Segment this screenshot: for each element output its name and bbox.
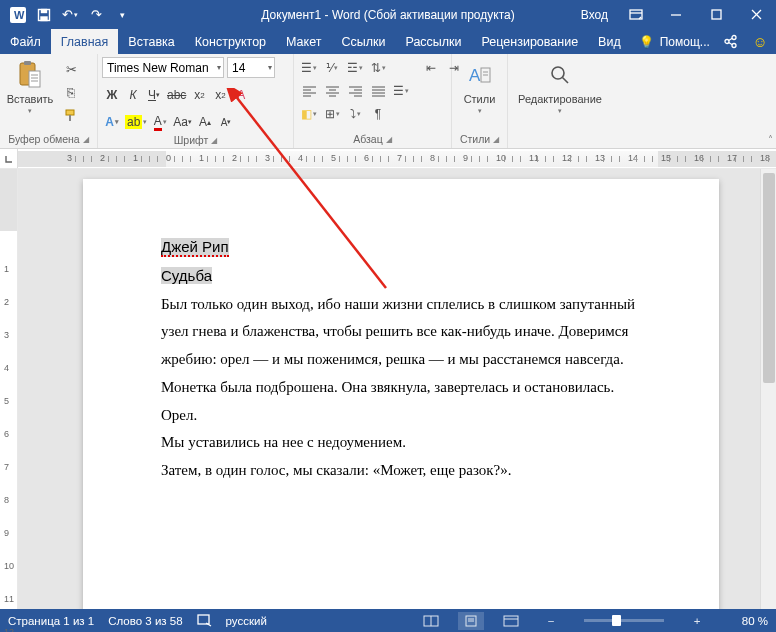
zoom-in-icon[interactable]: + <box>684 612 710 630</box>
status-proofing-icon[interactable] <box>197 614 212 627</box>
borders-button[interactable]: ⊞ <box>321 104 343 124</box>
zoom-out-icon[interactable]: − <box>538 612 564 630</box>
clear-format-button[interactable]: A <box>231 85 251 105</box>
distributed-button[interactable]: ☰ <box>390 81 412 101</box>
tab-review[interactable]: Рецензирование <box>472 29 589 54</box>
document-scroll[interactable]: Джей Рип Судьба Был только один выход, и… <box>18 169 776 609</box>
save-icon[interactable] <box>32 3 56 27</box>
show-marks-button[interactable]: ¶ <box>367 104 389 124</box>
subscript-button[interactable]: x2 <box>189 85 209 105</box>
font-launcher-icon[interactable]: ◢ <box>211 136 217 145</box>
tab-design[interactable]: Конструктор <box>185 29 276 54</box>
read-mode-icon[interactable] <box>418 612 444 630</box>
status-page[interactable]: Страница 1 из 1 <box>8 615 94 627</box>
status-words[interactable]: Слово 3 из 58 <box>108 615 182 627</box>
web-layout-icon[interactable] <box>498 612 524 630</box>
doc-line-7[interactable]: Мы уставились на нее с недоумением. <box>161 429 641 457</box>
styles-button[interactable]: A Стили ▾ <box>456 57 503 115</box>
doc-line-6[interactable]: Монетка была подброшена. Она звякнула, з… <box>161 374 641 430</box>
justify-button[interactable] <box>367 81 389 101</box>
numbering-button[interactable]: ⅟ <box>321 58 343 78</box>
shrink-font-button[interactable]: A▾ <box>216 112 236 132</box>
maximize-icon[interactable] <box>696 0 736 29</box>
status-bar: Страница 1 из 1 Слово 3 из 58 русский − … <box>0 609 776 632</box>
zoom-level[interactable]: 80 % <box>724 615 768 627</box>
svg-rect-46 <box>198 615 209 624</box>
font-color-button[interactable]: A <box>150 112 170 132</box>
bold-button[interactable]: Ж <box>102 85 122 105</box>
multilevel-button[interactable]: ☲ <box>344 58 366 78</box>
svg-point-10 <box>725 40 729 44</box>
doc-line-1[interactable]: Джей Рип <box>161 238 229 257</box>
doc-line-4[interactable]: узел гнева и блаженства, чтобы решить вс… <box>161 318 641 346</box>
zoom-slider-knob[interactable] <box>612 615 621 626</box>
doc-line-5[interactable]: жребию: орел — и мы поженимся, решка — и… <box>161 346 641 374</box>
line-spacing-button[interactable]: ⇅ <box>367 58 389 78</box>
ribbon-options-icon[interactable] <box>616 0 656 29</box>
window-title: Документ1 - Word (Сбой активации продукт… <box>261 8 514 22</box>
styles-group-label: Стили <box>460 133 490 145</box>
paragraph-launcher-icon[interactable]: ◢ <box>386 135 392 144</box>
print-layout-icon[interactable] <box>458 612 484 630</box>
tab-selector-icon[interactable] <box>0 149 18 168</box>
tab-insert[interactable]: Вставка <box>118 29 184 54</box>
paste-button[interactable]: Вставить ▾ <box>4 57 56 115</box>
minimize-icon[interactable] <box>656 0 696 29</box>
change-case-button[interactable]: Aa▾ <box>171 112 194 132</box>
close-icon[interactable] <box>736 0 776 29</box>
styles-launcher-icon[interactable]: ◢ <box>493 135 499 144</box>
collapse-ribbon-icon[interactable]: ˄ <box>768 134 773 145</box>
underline-button[interactable]: Ч▾ <box>144 85 164 105</box>
feedback-icon[interactable]: ☺ <box>744 29 776 54</box>
doc-line-3[interactable]: Был только один выход, ибо наши жизни сп… <box>161 291 641 319</box>
decrease-indent-button[interactable]: ⇤ <box>420 58 442 78</box>
tell-me[interactable]: 💡 Помощ... <box>631 29 718 54</box>
tab-home[interactable]: Главная <box>51 29 119 54</box>
format-painter-icon[interactable] <box>60 105 82 125</box>
tab-layout[interactable]: Макет <box>276 29 331 54</box>
editing-button[interactable]: Редактирование ▾ <box>512 57 608 115</box>
svg-point-11 <box>732 36 736 40</box>
copy-icon[interactable]: ⎘ <box>60 82 82 102</box>
ribbon-tabs: Файл Главная Вставка Конструктор Макет С… <box>0 29 776 54</box>
doc-line-8[interactable]: Затем, в один голос, мы сказали: «Может,… <box>161 457 641 485</box>
text-effects-button[interactable]: A <box>102 112 122 132</box>
bullets-button[interactable]: ☰ <box>298 58 320 78</box>
svg-point-12 <box>732 44 736 48</box>
highlight-button[interactable]: ab <box>123 112 149 132</box>
editing-label: Редактирование <box>518 93 602 105</box>
zoom-slider[interactable] <box>584 619 664 622</box>
vertical-scrollbar[interactable] <box>760 169 776 609</box>
doc-line-2[interactable]: Судьба <box>161 267 212 284</box>
sort-button[interactable]: ⤵ <box>344 104 366 124</box>
strikethrough-button[interactable]: abc <box>165 85 188 105</box>
ruler-vertical: 123456789101112 <box>0 169 18 609</box>
svg-line-14 <box>729 43 733 45</box>
tell-me-label: Помощ... <box>660 35 710 49</box>
shading-button[interactable]: ◧ <box>298 104 320 124</box>
tab-file[interactable]: Файл <box>0 29 51 54</box>
undo-icon[interactable]: ↶▾ <box>58 3 82 27</box>
cut-icon[interactable]: ✂ <box>60 59 82 79</box>
page[interactable]: Джей Рип Судьба Был только один выход, и… <box>83 179 719 609</box>
superscript-button[interactable]: x2 <box>210 85 230 105</box>
align-left-button[interactable] <box>298 81 320 101</box>
grow-font-button[interactable]: A▴ <box>195 112 215 132</box>
signin-link[interactable]: Вход <box>573 8 616 22</box>
redo-icon[interactable]: ↷ <box>84 3 108 27</box>
tab-references[interactable]: Ссылки <box>331 29 395 54</box>
tab-mailings[interactable]: Рассылки <box>395 29 471 54</box>
tab-view[interactable]: Вид <box>588 29 631 54</box>
align-center-button[interactable] <box>321 81 343 101</box>
scrollbar-thumb[interactable] <box>763 173 775 383</box>
share-icon[interactable] <box>718 29 744 54</box>
status-language[interactable]: русский <box>226 615 267 627</box>
titlebar: W ↶▾ ↷ ▾ Документ1 - Word (Сбой активаци… <box>0 0 776 29</box>
font-size-combo[interactable]: 14▾ <box>227 57 275 78</box>
svg-rect-7 <box>712 10 721 19</box>
clipboard-launcher-icon[interactable]: ◢ <box>83 135 89 144</box>
italic-button[interactable]: К <box>123 85 143 105</box>
font-name-combo[interactable]: Times New Roman▾ <box>102 57 224 78</box>
qat-customize-icon[interactable]: ▾ <box>110 3 134 27</box>
align-right-button[interactable] <box>344 81 366 101</box>
